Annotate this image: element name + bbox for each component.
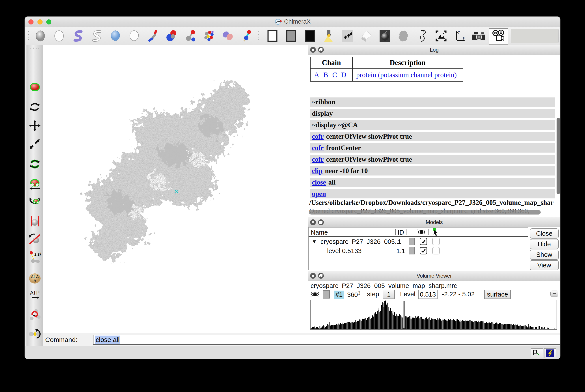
rotate-selected-icon[interactable] [29, 158, 41, 170]
status-bar [25, 346, 560, 359]
close-model-button[interactable]: Close [530, 228, 559, 238]
opened-file-path: /Users/olibclarke/Dropbox/Downloads/cryo… [309, 199, 560, 208]
name-column-header[interactable]: Name [311, 229, 328, 236]
fast-feedback-button[interactable] [544, 348, 556, 358]
soft-blob-icon[interactable] [397, 29, 410, 43]
chain-link[interactable]: D [341, 71, 346, 79]
model-shown-checkbox[interactable] [420, 238, 427, 245]
view-model-button[interactable]: View [530, 260, 559, 270]
model-selected-checkbox[interactable] [432, 247, 440, 254]
select-sphere-icon[interactable] [29, 81, 41, 93]
histogram[interactable] [310, 300, 557, 330]
model-id-chip[interactable]: #1 [334, 290, 344, 299]
chain-description-table: Chain Description A B C D protein (potas… [310, 57, 463, 82]
command-label: Command: [45, 336, 77, 344]
framed-image-icon[interactable] [434, 29, 448, 43]
bond-rotate-icon[interactable] [29, 328, 41, 340]
disclosure-triangle-icon[interactable]: ▼ [312, 238, 317, 245]
translate-icon[interactable] [29, 120, 41, 132]
zoom-arrows-icon[interactable] [29, 138, 41, 150]
id-column-header[interactable]: ID [398, 229, 404, 236]
command-help-link[interactable]: clip [312, 167, 322, 175]
model-color-swatch[interactable] [409, 238, 415, 245]
ribbon-icon[interactable] [71, 29, 85, 43]
model-color-swatch[interactable] [409, 247, 415, 254]
description-link[interactable]: protein (potassium channel protein) [356, 71, 457, 79]
flat-diamond-icon[interactable] [359, 29, 373, 43]
distance-measure-icon[interactable]: 2.3Å [29, 251, 41, 265]
log-command: ~ribbon [310, 98, 555, 107]
seahorse-icon[interactable] [416, 29, 429, 43]
chain-link[interactable]: C [332, 71, 337, 79]
model-row[interactable]: ▼ cryosparc_P27_J326_005... 1 [309, 237, 528, 246]
white-background-icon[interactable] [266, 29, 279, 43]
chain-link[interactable]: B [323, 71, 328, 79]
resize-graphics-button[interactable] [531, 348, 543, 358]
selection-column-cursor-icon[interactable] [431, 228, 440, 237]
level-input[interactable]: 0.513 [418, 290, 438, 299]
torsion-icon[interactable] [29, 309, 41, 321]
pin-style-icon[interactable] [240, 29, 253, 43]
log-vertical-scrollbar[interactable] [557, 118, 560, 194]
shadows-photo-icon[interactable] [341, 29, 354, 43]
rotate-icon[interactable] [29, 101, 41, 113]
log-command: display [310, 109, 555, 118]
command-help-link[interactable]: close [312, 178, 326, 186]
volume-viewer-header[interactable]: Volume Viewer [308, 271, 560, 281]
black-background-icon[interactable] [303, 29, 317, 43]
surface-outline-icon[interactable] [127, 29, 141, 43]
histogram-canvas[interactable] [311, 300, 557, 329]
toolbar-grip[interactable] [257, 30, 259, 42]
volume-eye-icon[interactable] [310, 290, 320, 299]
models-panel-header[interactable]: Models [308, 217, 560, 227]
model-row[interactable]: level 0.5133 1.1 [309, 246, 528, 256]
sphere-outline-icon[interactable] [52, 29, 66, 43]
colored-surfaces-icon[interactable] [221, 29, 235, 43]
atom-label-icon[interactable]: ATP [29, 289, 41, 302]
sphere-gray-icon[interactable] [33, 29, 47, 43]
command-help-link[interactable]: cofr [312, 144, 324, 152]
axes-icon[interactable]: yx [453, 29, 467, 43]
display-style-dropdown[interactable]: surface [484, 290, 511, 299]
residue-label-icon[interactable]: ALA8 [29, 272, 41, 286]
log-horizontal-scrollbar[interactable] [309, 210, 541, 214]
description-column-header: Description [352, 57, 463, 68]
movie-camera-selected[interactable] [489, 28, 508, 44]
model-shown-checkbox[interactable] [420, 247, 427, 254]
hide-model-button[interactable]: Hide [530, 239, 559, 249]
command-help-link[interactable]: open [312, 190, 326, 198]
log-command: open [310, 189, 555, 198]
show-model-button[interactable]: Show [530, 250, 559, 260]
flashlight-icon[interactable] [322, 29, 336, 43]
translate-selected-icon[interactable] [29, 178, 41, 191]
gray-background-icon[interactable] [284, 29, 298, 43]
colored-atoms-icon[interactable] [202, 29, 216, 43]
command-help-link[interactable]: cofr [312, 132, 324, 140]
step-input[interactable]: 1 [383, 290, 395, 299]
collapse-panel-button[interactable] [551, 290, 558, 297]
clip-planes-icon[interactable] [29, 215, 41, 227]
command-help-link[interactable]: cofr [312, 156, 324, 163]
stick-style-icon[interactable] [146, 29, 160, 43]
ribbon-outline-icon[interactable] [90, 29, 103, 43]
ball-stick-style-icon[interactable] [183, 29, 197, 43]
sidebar-grip[interactable] [29, 48, 40, 49]
command-input[interactable]: close all [93, 335, 560, 344]
volume-color-swatch[interactable] [323, 290, 330, 298]
camera-icon[interactable] [472, 29, 485, 43]
sphere-style-icon[interactable] [165, 29, 178, 43]
level-threshold-marker[interactable] [403, 301, 405, 328]
chain-link[interactable]: A [314, 71, 319, 79]
clip-rotate-icon[interactable] [29, 233, 41, 245]
model-id: 1 [398, 238, 401, 246]
value-range: -2.22 - 5.02 [442, 290, 475, 298]
log-panel-header[interactable]: Log [308, 45, 560, 55]
surface-icon[interactable] [108, 29, 122, 43]
full-lighting-photo-icon[interactable] [378, 29, 392, 43]
model-selected-checkbox[interactable] [432, 238, 440, 245]
shown-column-eye-icon[interactable] [417, 228, 426, 236]
toolbar-grip[interactable] [27, 30, 29, 42]
rotate-molecule-icon[interactable] [29, 194, 41, 207]
desktop: { "window": {"title": "ChimeraX"}, "tool… [0, 0, 585, 392]
graphics-viewport[interactable] [43, 45, 308, 333]
